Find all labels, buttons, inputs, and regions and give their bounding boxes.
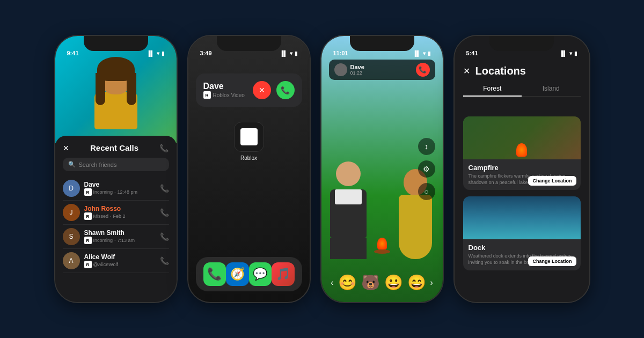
emoji-3[interactable]: 😀 bbox=[384, 274, 403, 291]
accept-button[interactable]: 📞 bbox=[276, 81, 295, 99]
phone-icon[interactable]: 📞 bbox=[159, 144, 169, 152]
signal-icon-3: ▐▌ bbox=[413, 50, 420, 56]
emoji-4[interactable]: 😄 bbox=[407, 274, 426, 291]
tab-island[interactable]: Island bbox=[522, 82, 581, 96]
emoji-arrow-left[interactable]: ‹ bbox=[331, 278, 333, 288]
phone1-notch bbox=[84, 36, 148, 51]
alice-avatar: A bbox=[63, 252, 80, 269]
phone3-time: 11:01 bbox=[333, 50, 348, 56]
emoji-bar: ‹ 😊 🐻 😀 😄 › bbox=[321, 274, 443, 291]
wifi-icon-2: ▾ bbox=[290, 50, 292, 56]
alice-info: Alice Wolf R @AliceWolf bbox=[84, 253, 156, 268]
dock-music-icon[interactable]: 🎵 bbox=[272, 262, 295, 286]
avatar-hair-long-left bbox=[96, 73, 105, 105]
locations-scroll: Change Location Campfire The campfire fl… bbox=[455, 116, 589, 297]
phone2-time: 3:49 bbox=[200, 50, 212, 56]
emoji-1[interactable]: 😊 bbox=[338, 274, 357, 291]
male-shirt bbox=[335, 189, 362, 204]
locations-header: ✕ Locations Forest Island bbox=[455, 60, 589, 103]
dave-sub: R Incoming · 12:48 pm bbox=[84, 188, 156, 196]
call-item-dave[interactable]: D Dave R Incoming · 12:48 pm 📞 bbox=[63, 177, 169, 201]
signal-icon-2: ▐▌ bbox=[280, 50, 287, 56]
phone3-status-icons: ▐▌ ▾ ▮ bbox=[413, 50, 430, 56]
phone-recent-calls: 9:41 ▐▌ ▾ ▮ ✕ Recent Calls 📞 bbox=[54, 35, 178, 303]
dave-call-icon[interactable]: 📞 bbox=[160, 184, 169, 193]
roblox-square-logo bbox=[240, 128, 258, 145]
shawn-call-icon[interactable]: 📞 bbox=[160, 232, 169, 241]
phone2-status-icons: ▐▌ ▾ ▮ bbox=[280, 50, 297, 56]
phone1-status-icons: ▐▌ ▾ ▮ bbox=[147, 50, 164, 56]
vc-caller-avatar bbox=[334, 63, 347, 76]
video-call-bar: Dave 01:22 📞 bbox=[329, 60, 435, 80]
vc-timer: 01:22 bbox=[350, 70, 364, 76]
shawn-time: 7:13 am bbox=[118, 238, 135, 243]
avatar-figure bbox=[84, 60, 148, 145]
john-call-icon[interactable]: 📞 bbox=[160, 208, 169, 217]
alice-call-icon[interactable]: 📞 bbox=[160, 256, 169, 265]
phones-container: 9:41 ▐▌ ▾ ▮ ✕ Recent Calls 📞 bbox=[43, 24, 601, 314]
john-avatar: J bbox=[63, 204, 80, 221]
shawn-sub: R Incoming · 7:13 am bbox=[84, 237, 156, 244]
emoji-2[interactable]: 🐻 bbox=[361, 274, 380, 291]
dock-name: Dock bbox=[469, 244, 575, 252]
campfire-change-btn[interactable]: Change Location bbox=[528, 176, 576, 186]
phone4-time: 5:41 bbox=[466, 50, 478, 56]
campfire-name: Campfire bbox=[469, 164, 575, 172]
phone3-notch bbox=[350, 36, 414, 51]
panel-header: ✕ Recent Calls 📞 bbox=[63, 143, 169, 152]
decline-button[interactable]: ✕ bbox=[253, 81, 271, 99]
phone4-notch bbox=[489, 36, 554, 51]
search-icon: 🔍 bbox=[68, 161, 76, 168]
male-avatar bbox=[326, 161, 371, 259]
wifi-icon-4: ▾ bbox=[569, 50, 572, 56]
close-icon[interactable]: ✕ bbox=[63, 144, 69, 152]
location-card-campfire: Change Location Campfire The campfire fl… bbox=[463, 116, 581, 190]
locations-close-button[interactable]: ✕ bbox=[463, 66, 470, 76]
dock-messages-icon[interactable]: 💬 bbox=[249, 262, 272, 286]
shawn-info: Shawn Smith R Incoming · 7:13 am bbox=[84, 229, 156, 244]
vc-caller-details: Dave 01:22 bbox=[350, 64, 364, 76]
dock-change-btn[interactable]: Change Location bbox=[528, 256, 576, 266]
caller-name: Dave bbox=[203, 82, 253, 91]
vc-caller-name: Dave bbox=[350, 64, 364, 70]
roblox-app-icon: Roblox bbox=[234, 122, 264, 161]
phone1-time: 9:41 bbox=[67, 50, 79, 56]
battery-icon-2: ▮ bbox=[295, 50, 298, 56]
alice-username: @AliceWolf bbox=[93, 262, 118, 267]
end-call-button[interactable]: 📞 bbox=[416, 63, 430, 77]
shawn-avatar: S bbox=[63, 228, 80, 245]
call-item-shawn[interactable]: S Shawn Smith R Incoming · 7:13 am 📞 bbox=[63, 225, 169, 249]
avatar-hair-long-right bbox=[127, 73, 136, 105]
emoji-arrow-right[interactable]: › bbox=[430, 278, 433, 288]
dock-area: 📞 🧭 💬 🎵 bbox=[196, 257, 302, 291]
john-time: Feb 2 bbox=[113, 214, 126, 219]
vc-caller-info: Dave 01:22 bbox=[334, 63, 364, 76]
roblox-logo-shawn: R bbox=[84, 237, 92, 244]
alice-name: Alice Wolf bbox=[84, 253, 156, 261]
call-actions: ✕ 📞 bbox=[253, 81, 295, 99]
shawn-type: Incoming bbox=[93, 238, 113, 243]
signal-icon: ▐▌ bbox=[147, 50, 154, 56]
phone4-status-icons: ▐▌ ▾ ▮ bbox=[559, 50, 577, 56]
vc-side-btn-2[interactable]: ⚙ bbox=[418, 160, 435, 178]
dock-safari-icon[interactable]: 🧭 bbox=[226, 262, 249, 286]
wifi-icon-3: ▾ bbox=[423, 50, 426, 56]
vc-side-btn-3[interactable]: ○ bbox=[418, 183, 435, 200]
app-icon-box[interactable] bbox=[234, 122, 264, 152]
roblox-logo-alice: R bbox=[84, 261, 92, 268]
location-card-dock: Change Location Dock Weathered dock exte… bbox=[463, 196, 581, 270]
call-item-alice[interactable]: A Alice Wolf R @AliceWolf 📞 bbox=[63, 249, 169, 273]
call-item-john[interactable]: J John Rosso R Missed · Feb 2 📞 bbox=[63, 201, 169, 225]
dock-phone-icon[interactable]: 📞 bbox=[203, 262, 226, 286]
vc-side-btn-1[interactable]: ↕ bbox=[418, 138, 435, 155]
tab-forest[interactable]: Forest bbox=[463, 82, 522, 97]
fire-flame bbox=[377, 238, 387, 249]
wifi-icon: ▾ bbox=[157, 50, 159, 56]
search-box[interactable]: 🔍 Search friends bbox=[63, 158, 169, 171]
roblox-logo-caller: R bbox=[203, 91, 211, 99]
john-name: John Rosso bbox=[84, 205, 156, 212]
male-legs bbox=[330, 238, 367, 259]
app-label: Roblox bbox=[240, 155, 257, 161]
recent-calls-panel: ✕ Recent Calls 📞 🔍 Search friends D Dave… bbox=[55, 136, 177, 302]
avatar-area bbox=[55, 60, 177, 145]
